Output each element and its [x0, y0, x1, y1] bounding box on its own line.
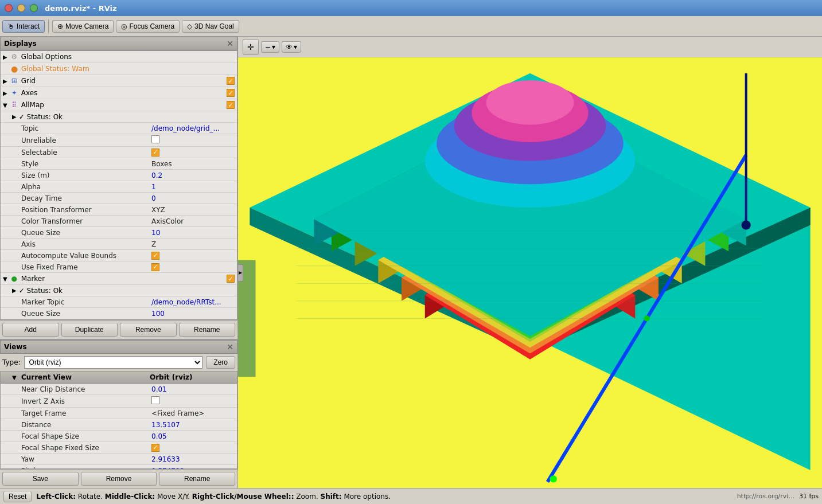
- autocompute-checkbox[interactable]: [151, 252, 159, 260]
- tree-item-queue-size[interactable]: Queue Size 10: [1, 227, 237, 239]
- marker-topic-value: /demo_node/RRTst...: [148, 297, 237, 307]
- tree-item-marker[interactable]: ▼ ● Marker: [1, 273, 237, 285]
- near-clip-value: 0.01: [148, 384, 237, 394]
- tree-arrow: ▼: [3, 102, 7, 108]
- style-value: Boxes: [148, 159, 237, 169]
- views-close-icon[interactable]: ✕: [227, 342, 233, 351]
- interact-button[interactable]: 🖱 Interact: [2, 20, 45, 33]
- unreliable-checkbox[interactable]: [151, 135, 159, 143]
- tree-item-unreliable[interactable]: Unreliable: [1, 134, 237, 147]
- minus-dropdown[interactable]: − ▾: [261, 41, 279, 53]
- tree-item-topic[interactable]: Topic /demo_node/grid_...: [1, 123, 237, 134]
- decay-time-value: 0: [148, 193, 237, 204]
- tree-item-global-status[interactable]: ● Global Status: Warn: [1, 63, 237, 75]
- invert-z-checkbox[interactable]: [151, 396, 159, 404]
- queue-size-label: Queue Size: [1, 228, 148, 238]
- move-camera-label: Move Camera: [65, 22, 108, 30]
- allmap-checkbox[interactable]: [227, 101, 235, 109]
- move-camera-icon: ⊕: [57, 22, 63, 30]
- tree-item-color-transformer[interactable]: Color Transformer AxisColor: [1, 216, 237, 227]
- views-table: ▼ Current View Orbit (rviz) Near Clip Di…: [0, 371, 237, 469]
- tree-item-axes[interactable]: ▶ ✦ Axes: [1, 87, 237, 99]
- style-label: Style: [1, 159, 148, 169]
- view-invert-z[interactable]: Invert Z Axis: [1, 395, 237, 408]
- interact-label: Interact: [17, 22, 40, 30]
- eye-icon: 👁: [286, 43, 293, 51]
- chevron-right-icon: ▶: [239, 270, 242, 275]
- tree-item-global-options[interactable]: ▶ ⚙ Global Options: [1, 51, 237, 63]
- tree-item-decay-time[interactable]: Decay Time 0: [1, 193, 237, 204]
- views-type-row: Type: Orbit (rviz) Zero: [0, 354, 237, 371]
- view-target-frame[interactable]: Target Frame <Fixed Frame>: [1, 408, 237, 419]
- tree-item-size[interactable]: Size (m) 0.2: [1, 170, 237, 181]
- marker-status-label: ✓ Status: Ok: [19, 287, 235, 295]
- minimize-button[interactable]: [17, 4, 25, 12]
- displays-section: Displays ✕ ▶ ⚙ Global Options ● Global S…: [0, 37, 237, 339]
- pos-transformer-value: XYZ: [148, 205, 237, 215]
- view-focal-size[interactable]: Focal Shape Size 0.05: [1, 431, 237, 442]
- focal-fixed-checkbox[interactable]: [151, 444, 159, 452]
- tree-item-axis[interactable]: Axis Z: [1, 239, 237, 250]
- grid-checkbox[interactable]: [227, 77, 235, 85]
- tree-item-use-fixed-frame[interactable]: Use Fixed Frame: [1, 261, 237, 273]
- reset-button[interactable]: Reset: [3, 491, 32, 502]
- eye-dropdown[interactable]: 👁 ▾: [282, 41, 301, 53]
- viewport[interactable]: ▶: [238, 57, 822, 488]
- view-yaw[interactable]: Yaw 2.91633: [1, 454, 237, 465]
- near-clip-label: Near Clip Distance: [1, 384, 148, 394]
- tree-item-marker-queue[interactable]: Queue Size 100: [1, 308, 237, 319]
- pole-sphere: [742, 220, 751, 229]
- view-pitch[interactable]: Pitch 0.574798: [1, 465, 237, 469]
- views-zero-button[interactable]: Zero: [206, 356, 235, 369]
- tree-item-autocompute[interactable]: Autocompute Value Bounds: [1, 250, 237, 261]
- views-save-button[interactable]: Save: [2, 472, 79, 486]
- panel-toggle[interactable]: ▶: [238, 264, 243, 282]
- displays-close-icon[interactable]: ✕: [227, 39, 233, 48]
- axes-label: Axes: [21, 89, 227, 97]
- duplicate-button[interactable]: Duplicate: [61, 323, 118, 337]
- views-type-select[interactable]: Orbit (rviz): [24, 356, 203, 369]
- selectable-value: [148, 147, 237, 158]
- views-arrow: ▼: [12, 374, 17, 381]
- selectable-checkbox[interactable]: [151, 149, 159, 157]
- views-remove-button[interactable]: Remove: [81, 472, 157, 486]
- move-camera-button[interactable]: ⊕ Move Camera: [52, 20, 114, 33]
- close-button[interactable]: [5, 4, 13, 12]
- tree-item-marker-topic[interactable]: Marker Topic /demo_node/RRTst...: [1, 296, 237, 308]
- tree-item-allmap[interactable]: ▼ ⠿ AllMap: [1, 99, 237, 111]
- tree-item-alpha[interactable]: Alpha 1: [1, 181, 237, 193]
- tree-arrow: ▶: [12, 287, 17, 294]
- window-title: demo.rviz* - RViz: [45, 4, 117, 13]
- tree-item-pos-transformer[interactable]: Position Transformer XYZ: [1, 204, 237, 216]
- views-rename-button[interactable]: Rename: [159, 472, 235, 486]
- axes-checkbox[interactable]: [227, 89, 235, 97]
- remove-button[interactable]: Remove: [120, 323, 177, 337]
- display-tree[interactable]: ▶ ⚙ Global Options ● Global Status: Warn…: [0, 50, 237, 320]
- focus-camera-button[interactable]: ◎ Focus Camera: [116, 20, 180, 33]
- add-button[interactable]: Add: [2, 323, 59, 337]
- statusbar: Reset Left-Click: Rotate. Middle-Click: …: [0, 488, 822, 504]
- views-col2-header: Orbit (rviz): [145, 372, 237, 383]
- nav-goal-button[interactable]: ◇ 3D Nav Goal: [182, 20, 239, 33]
- tree-item-selectable[interactable]: Selectable: [1, 147, 237, 158]
- view-focal-fixed[interactable]: Focal Shape Fixed Size: [1, 442, 237, 454]
- yaw-label: Yaw: [1, 454, 148, 464]
- tree-item-grid[interactable]: ▶ ⊞ Grid: [1, 75, 237, 87]
- crosshair-button[interactable]: ✛: [243, 39, 259, 55]
- marker-checkbox[interactable]: [227, 275, 235, 283]
- tree-item-style[interactable]: Style Boxes: [1, 158, 237, 170]
- tree-item-marker-status[interactable]: ▶ ✓ Status: Ok: [1, 285, 237, 296]
- use-fixed-frame-checkbox[interactable]: [151, 263, 159, 271]
- color-transformer-label: Color Transformer: [1, 216, 148, 226]
- gear-icon: ⚙: [10, 52, 19, 61]
- tree-item-allmap-status[interactable]: ▶ ✓ Status: Ok: [1, 111, 237, 123]
- maximize-button[interactable]: [30, 4, 38, 12]
- unreliable-label: Unreliable: [1, 135, 148, 146]
- allmap-status-label: ✓ Status: Ok: [19, 113, 235, 121]
- marker-topic-label: Marker Topic: [1, 297, 148, 307]
- view-near-clip[interactable]: Near Clip Distance 0.01: [1, 384, 237, 395]
- displays-buttons: Add Duplicate Remove Rename: [0, 320, 237, 339]
- size-value: 0.2: [148, 170, 237, 181]
- view-distance[interactable]: Distance 13.5107: [1, 419, 237, 431]
- rename-button[interactable]: Rename: [179, 323, 236, 337]
